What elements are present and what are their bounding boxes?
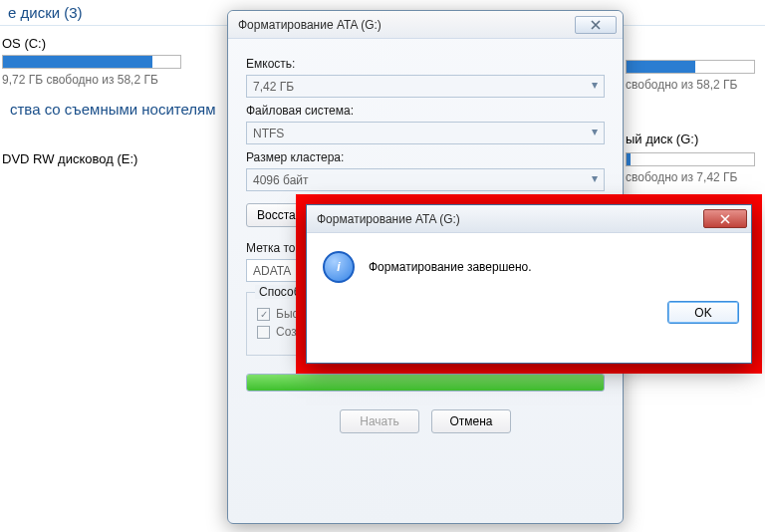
alert-titlebar[interactable]: Форматирование ATA (G:): [307, 205, 751, 233]
close-icon: [590, 20, 602, 30]
capacity-label: Емкость:: [246, 57, 605, 71]
drive-g[interactable]: ый диск (G:) свободно из 7,42 ГБ: [626, 132, 765, 184]
cancel-button[interactable]: Отмена: [431, 409, 511, 433]
checkbox-icon: [257, 326, 270, 339]
filesystem-label: Файловая система:: [246, 104, 605, 118]
close-icon: [719, 214, 731, 224]
drive-usage-bar: [2, 55, 181, 69]
info-icon: i: [323, 251, 355, 283]
format-dialog-titlebar[interactable]: Форматирование ATA (G:): [228, 11, 623, 39]
start-button[interactable]: Начать: [340, 409, 419, 433]
alert-close-button[interactable]: [703, 209, 747, 228]
alert-title-text: Форматирование ATA (G:): [317, 212, 460, 226]
ok-button[interactable]: OK: [667, 301, 739, 324]
format-complete-alert: Форматирование ATA (G:) i Форматирование…: [306, 204, 752, 364]
alert-message: Форматирование завершено.: [369, 260, 532, 274]
highlight-annotation: Форматирование ATA (G:) i Форматирование…: [296, 194, 762, 374]
cluster-select[interactable]: 4096 байт: [246, 168, 605, 191]
capacity-select[interactable]: 7,42 ГБ: [246, 75, 605, 98]
format-progress-bar: [246, 374, 605, 392]
drive-right-1[interactable]: свободно из 58,2 ГБ: [626, 60, 765, 92]
filesystem-select[interactable]: NTFS: [246, 122, 605, 144]
close-button[interactable]: [575, 16, 617, 34]
checkbox-icon: ✓: [257, 308, 270, 321]
format-dialog-title: Форматирование ATA (G:): [238, 18, 382, 32]
cluster-label: Размер кластера:: [246, 150, 605, 164]
